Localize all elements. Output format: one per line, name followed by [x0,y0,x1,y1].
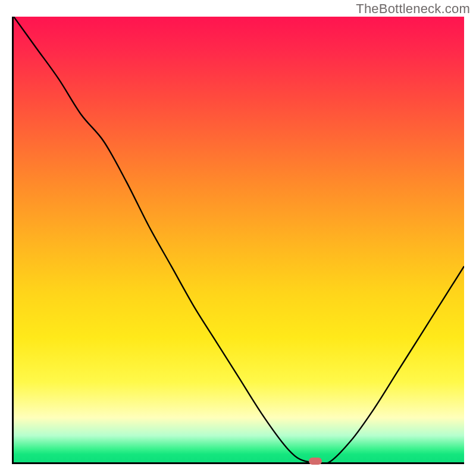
watermark-text: TheBottleneck.com [356,1,470,17]
bottleneck-curve [14,17,464,462]
chart-container: TheBottleneck.com [0,0,476,476]
optimal-point-marker [309,458,322,465]
plot-area [12,17,464,464]
